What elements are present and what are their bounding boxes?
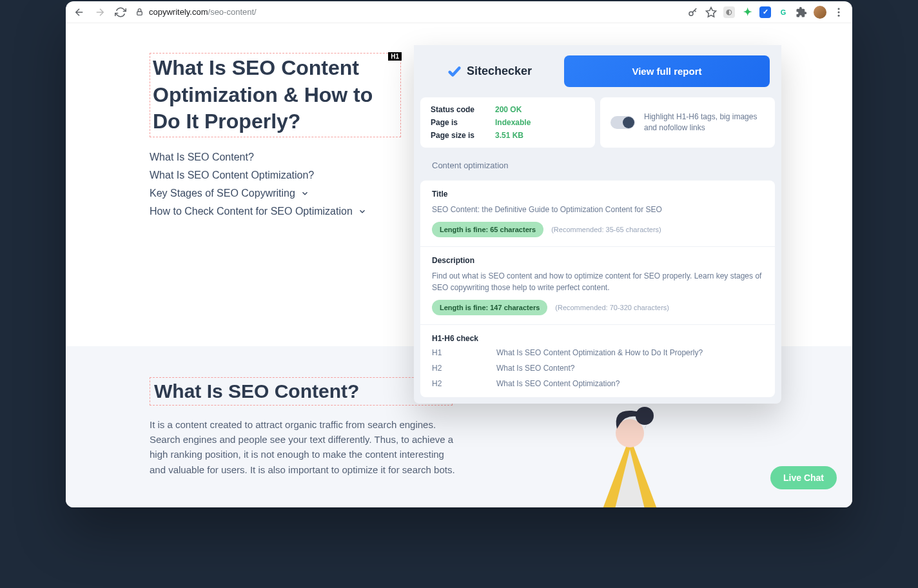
reload-icon[interactable]	[115, 6, 126, 18]
section-paragraph: It is a content created to attract organ…	[150, 417, 459, 477]
grammarly-icon[interactable]: G	[777, 6, 789, 18]
desc-recommend: (Recommended: 70-320 characters)	[555, 304, 669, 311]
person-illustration	[569, 398, 691, 507]
h2-highlight: H2 What Is SEO Content?	[150, 377, 453, 406]
desc-text: Find out what is SEO content and how to …	[432, 270, 763, 293]
status-value: 200 OK	[495, 105, 522, 114]
extension-icon-1[interactable]: ◐	[723, 6, 735, 18]
status-card: Status code200 OK Page isIndexable Page …	[420, 97, 595, 148]
key-icon[interactable]	[687, 6, 699, 18]
chevron-down-icon	[358, 207, 367, 216]
title-block: Title SEO Content: the Definitive Guide …	[420, 181, 775, 247]
desc-length-pill: Length is fine: 147 characters	[432, 300, 547, 315]
svg-point-6	[636, 407, 654, 425]
sitechecker-popup: Sitechecker View full report Status code…	[414, 45, 781, 404]
page-h2: What Is SEO Content?	[154, 380, 448, 402]
h-text: What Is SEO Content Optimization?	[496, 379, 620, 388]
brand-name: Sitechecker	[467, 64, 532, 78]
svg-point-3	[838, 11, 840, 13]
section-label: Content optimization	[420, 153, 775, 175]
h-level: H1	[432, 348, 496, 357]
browser-window: copywritely.com/seo-content/ ◐ ✦ ✓ G H1 …	[66, 1, 852, 507]
hcheck-block: H1-H6 check H1What Is SEO Content Optimi…	[420, 325, 775, 397]
extensions-icon[interactable]	[796, 6, 807, 18]
highlight-toggle[interactable]	[610, 116, 635, 129]
title-recommend: (Recommended: 35-65 characters)	[551, 226, 661, 233]
toggle-label: Highlight H1-H6 tags, big images and nof…	[644, 112, 765, 133]
title-length-pill: Length is fine: 65 characters	[432, 222, 543, 237]
title-text: SEO Content: the Definitive Guide to Opt…	[432, 204, 763, 215]
status-value: 3.51 KB	[495, 131, 523, 140]
h-level: H2	[432, 379, 496, 388]
url-host: copywritely.com	[149, 7, 208, 17]
url-bar[interactable]: copywritely.com/seo-content/	[135, 7, 678, 17]
brand-check-icon	[447, 64, 462, 79]
h1-tag-badge: H1	[388, 52, 402, 61]
url-path: /seo-content/	[208, 7, 257, 17]
brand: Sitechecker	[425, 64, 554, 79]
status-value: Indexable	[495, 118, 531, 127]
h1-highlight: H1 What Is SEO Content Optimization & Ho…	[150, 53, 401, 137]
h-text: What Is SEO Content?	[496, 364, 574, 373]
page-h1: What Is SEO Content Optimization & How t…	[153, 55, 396, 135]
svg-point-4	[838, 14, 840, 16]
star-icon[interactable]	[705, 6, 717, 18]
forward-icon[interactable]	[94, 6, 106, 18]
chevron-down-icon	[300, 189, 309, 198]
h-level: H2	[432, 364, 496, 373]
popup-body: Status code200 OK Page isIndexable Page …	[414, 97, 781, 404]
status-label: Page is	[431, 118, 495, 127]
lock-icon	[135, 8, 144, 16]
svg-rect-0	[137, 12, 142, 15]
sitechecker-ext-icon[interactable]: ✓	[759, 6, 771, 18]
nav-buttons	[73, 6, 126, 18]
evernote-icon[interactable]: ✦	[741, 6, 753, 18]
status-label: Page size is	[431, 131, 495, 140]
title-heading: Title	[432, 190, 763, 199]
back-icon[interactable]	[73, 6, 85, 18]
desc-heading: Description	[432, 256, 763, 265]
hcheck-heading: H1-H6 check	[432, 334, 763, 343]
svg-point-2	[838, 8, 840, 10]
browser-toolbar: copywritely.com/seo-content/ ◐ ✦ ✓ G	[66, 1, 852, 23]
toolbar-icons: ◐ ✦ ✓ G	[687, 6, 845, 19]
live-chat-button[interactable]: Live Chat	[770, 466, 837, 489]
description-block: Description Find out what is SEO content…	[420, 247, 775, 325]
view-full-report-button[interactable]: View full report	[564, 55, 770, 87]
detail-card: Title SEO Content: the Definitive Guide …	[420, 181, 775, 397]
popup-header: Sitechecker View full report	[414, 45, 781, 97]
toggle-card: Highlight H1-H6 tags, big images and nof…	[600, 97, 775, 148]
h-text: What Is SEO Content Optimization & How t…	[496, 348, 703, 357]
profile-avatar[interactable]	[814, 6, 826, 19]
menu-icon[interactable]	[833, 6, 845, 18]
status-label: Status code	[431, 105, 495, 114]
page-content: H1 What Is SEO Content Optimization & Ho…	[66, 23, 852, 507]
